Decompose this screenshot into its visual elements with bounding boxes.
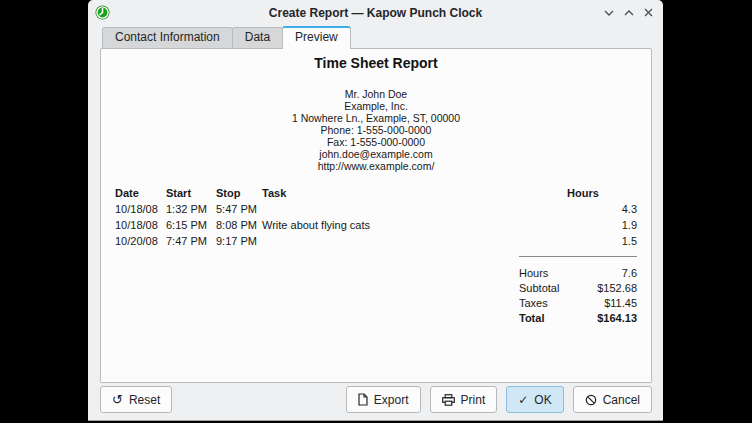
tab-contact-information[interactable]: Contact Information [102,27,233,48]
totals-value: $11.45 [604,296,637,311]
totals-label: Hours [519,266,548,281]
contact-phone: Phone: 1-555-000-0000 [115,124,637,136]
header-task: Task [262,184,567,201]
header-stop: Stop [216,184,262,201]
tab-data[interactable]: Data [232,27,283,48]
cell-stop: 9:17 PM [216,233,262,249]
print-button-label: Print [461,393,486,407]
cell-date: 10/18/08 [115,217,166,233]
contact-company: Example, Inc. [115,100,637,112]
report-title: Time Sheet Report [115,55,637,72]
dialog-create-report: Create Report — Kapow Punch Clock Contac… [88,0,663,421]
ok-button-label: OK [534,393,551,407]
totals-label: Total [519,311,544,326]
window-title: Create Report — Kapow Punch Clock [88,6,663,20]
timesheet-table: Date Start Stop Task Hours 10/18/08 1:32… [115,184,637,249]
totals-value: 7.6 [622,266,637,281]
ok-button[interactable]: ✓ OK [506,386,563,413]
export-button-label: Export [374,393,409,407]
table-row: 10/18/08 6:15 PM 8:08 PM Write about fly… [115,217,637,233]
cell-task: Write about flying cats [262,217,567,233]
printer-icon [442,394,455,406]
document-icon [358,393,368,406]
report-preview-pane: Time Sheet Report Mr. John Doe Example, … [100,48,652,383]
print-button[interactable]: Print [430,386,498,413]
totals-value: $164.13 [597,311,637,326]
window-controls [603,0,654,25]
dialog-button-row: ↺ Reset Export Print ✓ OK [100,386,652,413]
screen: { "window": { "title": "Create Report — … [0,0,752,423]
report: Time Sheet Report Mr. John Doe Example, … [101,55,651,326]
export-button[interactable]: Export [346,386,421,413]
cell-task [262,233,567,249]
contact-name: Mr. John Doe [115,88,637,100]
totals-hours: Hours 7.6 [519,266,637,281]
totals-subtotal: Subtotal $152.68 [519,281,637,296]
contact-email: john.doe@example.com [115,148,637,160]
cell-hours: 4.3 [567,201,637,217]
contact-fax: Fax: 1-555-000-0000 [115,136,637,148]
totals-label: Subtotal [519,281,559,296]
cell-stop: 5:47 PM [216,201,262,217]
minimize-icon[interactable] [603,7,614,18]
cancel-icon [585,394,597,406]
tab-preview[interactable]: Preview [282,26,351,49]
cancel-button-label: Cancel [603,393,640,407]
cell-start: 6:15 PM [166,217,216,233]
cell-date: 10/20/08 [115,233,166,249]
reset-button[interactable]: ↺ Reset [100,386,172,413]
totals-total: Total $164.13 [519,311,637,326]
cell-task [262,201,567,217]
cell-stop: 8:08 PM [216,217,262,233]
cell-date: 10/18/08 [115,201,166,217]
tab-bar: Contact Information Data Preview [102,26,350,48]
contact-website: http://www.example.com/ [115,160,637,172]
cell-start: 7:47 PM [166,233,216,249]
totals-value: $152.68 [597,281,637,296]
totals-label: Taxes [519,296,548,311]
header-date: Date [115,184,166,201]
table-row: 10/18/08 1:32 PM 5:47 PM 4.3 [115,201,637,217]
table-row: 10/20/08 7:47 PM 9:17 PM 1.5 [115,233,637,249]
totals-block: Hours 7.6 Subtotal $152.68 Taxes $11.45 … [519,256,637,326]
contact-block: Mr. John Doe Example, Inc. 1 Nowhere Ln.… [115,88,637,172]
close-icon[interactable] [643,7,654,18]
contact-address: 1 Nowhere Ln., Example, ST, 00000 [115,112,637,124]
cell-hours: 1.9 [567,217,637,233]
header-hours: Hours [567,184,637,201]
header-start: Start [166,184,216,201]
reset-button-label: Reset [129,393,160,407]
undo-icon: ↺ [112,393,123,406]
check-icon: ✓ [518,394,528,406]
button-row-spacer [181,386,337,413]
cell-start: 1:32 PM [166,201,216,217]
cell-hours: 1.5 [567,233,637,249]
totals-taxes: Taxes $11.45 [519,296,637,311]
cancel-button[interactable]: Cancel [573,386,652,413]
maximize-icon[interactable] [623,7,634,18]
titlebar[interactable]: Create Report — Kapow Punch Clock [88,0,663,25]
table-header-row: Date Start Stop Task Hours [115,184,637,201]
